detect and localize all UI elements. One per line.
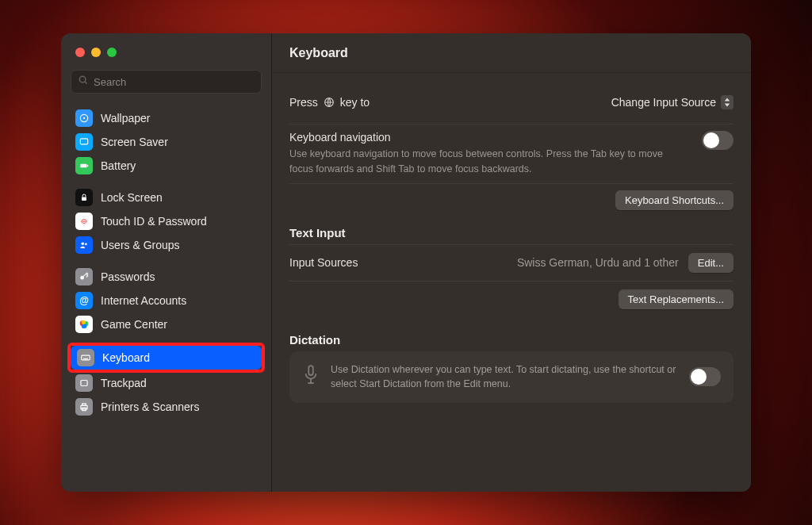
annotation-highlight: Keyboard <box>67 343 265 373</box>
search-field[interactable] <box>71 70 262 94</box>
printer-icon <box>75 398 93 416</box>
minimize-window-button[interactable] <box>91 48 101 57</box>
sidebar: Wallpaper Screen Saver Battery <box>61 33 272 492</box>
sidebar-item-battery[interactable]: Battery <box>69 154 263 178</box>
text-replacements-button[interactable]: Text Replacements... <box>619 289 733 309</box>
sidebar-item-passwords[interactable]: Passwords <box>69 265 263 289</box>
svg-point-8 <box>82 243 85 246</box>
sidebar-item-label: Screen Saver <box>101 136 168 148</box>
sidebar-item-label: Users & Groups <box>101 239 180 251</box>
keyboard-navigation-toggle[interactable] <box>702 131 733 150</box>
window-titlebar <box>61 33 271 63</box>
globe-key-label: Press key to <box>289 96 370 109</box>
keyboard-icon <box>77 349 94 366</box>
svg-line-1 <box>85 82 87 84</box>
dictation-desc: Use Dictation wherever you can type text… <box>331 362 678 393</box>
sidebar-item-label: Keyboard <box>102 351 150 364</box>
sidebar-item-label: Passwords <box>101 270 155 283</box>
sidebar-item-label: Lock Screen <box>101 191 163 204</box>
zoom-window-button[interactable] <box>107 48 117 57</box>
trackpad-icon <box>75 374 93 392</box>
svg-rect-6 <box>87 165 88 167</box>
svg-rect-15 <box>82 355 90 360</box>
chevron-updown-icon <box>721 95 733 109</box>
svg-rect-7 <box>82 197 86 201</box>
input-sources-row: Input Sources Swiss German, Urdu and 1 o… <box>289 244 733 281</box>
key-icon <box>75 268 93 285</box>
globe-key-select[interactable]: Change Input Source <box>611 95 733 109</box>
keyboard-navigation-title: Keyboard navigation <box>289 131 686 144</box>
search-input[interactable] <box>94 76 255 88</box>
sidebar-item-keyboard[interactable]: Keyboard <box>71 346 262 370</box>
screen-saver-icon <box>75 133 93 151</box>
sidebar-item-wallpaper[interactable]: Wallpaper <box>69 106 263 130</box>
dictation-row: Use Dictation wherever you can type text… <box>289 351 733 404</box>
svg-rect-5 <box>80 164 86 168</box>
content: Press key to Change Input Source <box>272 73 751 492</box>
page-title: Keyboard <box>289 46 348 60</box>
sidebar-item-touch-id[interactable]: Touch ID & Password <box>69 209 263 233</box>
dictation-heading: Dictation <box>289 333 733 347</box>
sidebar-item-label: Touch ID & Password <box>101 215 207 228</box>
keyboard-shortcuts-button[interactable]: Keyboard Shortcuts... <box>615 190 733 210</box>
globe-icon <box>323 96 335 109</box>
input-sources-label: Input Sources <box>289 256 358 269</box>
sidebar-item-lock-screen[interactable]: Lock Screen <box>69 186 263 209</box>
svg-point-9 <box>85 243 87 245</box>
sidebar-item-label: Printers & Scanners <box>101 400 200 413</box>
svg-rect-4 <box>80 139 87 144</box>
lock-icon <box>75 189 93 206</box>
wallpaper-icon <box>75 109 93 127</box>
text-input-heading: Text Input <box>289 226 733 240</box>
search-icon <box>78 75 89 89</box>
keyboard-navigation-desc: Use keyboard navigation to move focus be… <box>289 147 686 177</box>
svg-rect-22 <box>308 366 313 375</box>
svg-point-10 <box>80 276 84 280</box>
settings-window: Wallpaper Screen Saver Battery <box>61 33 751 492</box>
dictation-toggle[interactable] <box>689 367 721 386</box>
sidebar-item-label: Game Center <box>101 318 167 331</box>
sidebar-item-game-center[interactable]: Game Center <box>69 312 263 336</box>
sidebar-item-label: Wallpaper <box>101 112 151 125</box>
svg-rect-17 <box>81 381 87 386</box>
sidebar-item-trackpad[interactable]: Trackpad <box>69 371 263 395</box>
sidebar-item-users[interactable]: Users & Groups <box>69 233 263 257</box>
sidebar-item-label: Internet Accounts <box>101 294 186 307</box>
edit-input-sources-button[interactable]: Edit... <box>688 253 733 273</box>
sidebar-list: Wallpaper Screen Saver Battery <box>61 98 271 492</box>
battery-icon <box>75 157 93 174</box>
game-center-icon <box>75 316 93 333</box>
at-icon: @ <box>75 292 93 309</box>
main-panel: Keyboard Press key to Change Input Sourc… <box>272 33 751 492</box>
sidebar-item-label: Trackpad <box>101 377 147 389</box>
sidebar-item-printers[interactable]: Printers & Scanners <box>69 395 263 419</box>
globe-key-row: Press key to Change Input Source <box>289 87 733 117</box>
text-replacements-row: Text Replacements... <box>289 281 733 317</box>
svg-point-14 <box>82 320 86 324</box>
users-icon <box>75 236 93 254</box>
close-window-button[interactable] <box>75 48 85 57</box>
sidebar-item-screen-saver[interactable]: Screen Saver <box>69 130 263 154</box>
input-sources-value: Swiss German, Urdu and 1 other <box>517 256 679 269</box>
main-header: Keyboard <box>272 33 751 73</box>
microphone-icon <box>302 364 320 389</box>
svg-point-3 <box>83 117 85 119</box>
fingerprint-icon <box>75 213 93 230</box>
keyboard-navigation-row: Keyboard navigation Use keyboard navigat… <box>289 131 733 177</box>
svg-point-0 <box>79 76 86 82</box>
window-controls <box>75 48 117 57</box>
sidebar-item-label: Battery <box>101 159 136 172</box>
svg-rect-19 <box>82 404 86 405</box>
sidebar-item-internet[interactable]: @ Internet Accounts <box>69 289 263 312</box>
globe-key-value: Change Input Source <box>611 96 716 109</box>
